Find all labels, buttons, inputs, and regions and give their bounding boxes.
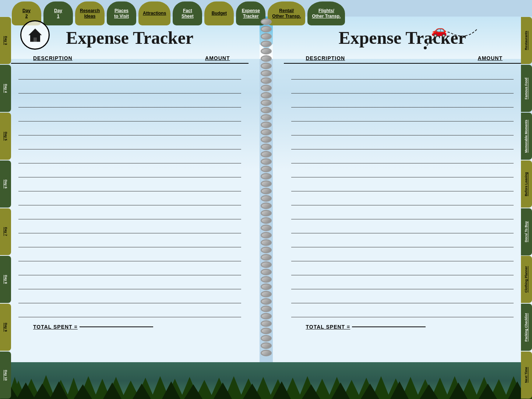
table-row[interactable] xyxy=(291,80,514,93)
right-tab-0[interactable]: Restaurants xyxy=(521,17,532,64)
spiral-coil xyxy=(261,114,272,121)
left-tab-2[interactable]: Day 5 xyxy=(0,113,11,160)
tab-places[interactable]: Places to Visit xyxy=(107,1,136,25)
left-tab-1[interactable]: Day 4 xyxy=(0,65,11,112)
left-tab-0[interactable]: Day 3 xyxy=(0,17,11,64)
left-tab-7[interactable]: Day 10 xyxy=(0,352,11,399)
tab-rental[interactable]: Rental/ Other Transp. xyxy=(268,1,305,25)
table-row[interactable] xyxy=(291,93,514,107)
table-row[interactable] xyxy=(291,233,514,247)
right-tab-1[interactable]: Famous Food xyxy=(521,65,532,112)
table-row[interactable] xyxy=(18,149,241,163)
right-tab-6[interactable]: Packing Checklist xyxy=(521,304,532,351)
home-button[interactable] xyxy=(20,20,50,50)
spiral-coil xyxy=(261,55,272,62)
table-row[interactable] xyxy=(18,205,241,219)
spiral-coil xyxy=(261,136,272,143)
right-total-line xyxy=(352,326,426,327)
table-row[interactable] xyxy=(18,275,241,289)
table-row[interactable] xyxy=(291,289,514,303)
table-row[interactable] xyxy=(18,233,241,247)
spiral-coil xyxy=(261,40,272,47)
tab-fact[interactable]: Fact Sheet xyxy=(173,1,202,25)
table-row[interactable] xyxy=(18,177,241,191)
right-tab-4[interactable]: Docs/ To Buy xyxy=(521,208,532,255)
right-tab-3[interactable]: Before Leaving xyxy=(521,160,532,208)
spiral-coil xyxy=(261,158,272,165)
spiral-coil xyxy=(261,129,272,135)
right-tab-7[interactable]: Next Time xyxy=(521,352,532,399)
svg-point-6 xyxy=(424,46,427,49)
table-row[interactable] xyxy=(18,66,241,80)
spiral-coil xyxy=(261,335,272,342)
right-page: Expense Tracker DESCRIPTION AMOUNT TOTAL… xyxy=(273,17,532,399)
left-tab-3[interactable]: Day 6 xyxy=(0,160,11,208)
table-row[interactable] xyxy=(291,191,514,205)
tab-day1[interactable]: Day 1 xyxy=(43,1,73,25)
table-row[interactable] xyxy=(18,219,241,233)
table-row[interactable] xyxy=(291,303,514,317)
spiral-coil xyxy=(261,202,272,209)
spiral-coil xyxy=(261,225,272,231)
table-row[interactable] xyxy=(18,303,241,317)
table-row[interactable] xyxy=(18,80,241,93)
tab-research[interactable]: Research Ideas xyxy=(75,1,105,25)
table-row[interactable] xyxy=(18,93,241,107)
table-row[interactable] xyxy=(291,121,514,135)
spiral-coil xyxy=(261,320,272,327)
spiral-coil xyxy=(261,166,272,172)
left-tab-6[interactable]: Day 9 xyxy=(0,304,11,351)
spiral-coil xyxy=(261,350,272,356)
table-row[interactable] xyxy=(291,163,514,177)
spiral-coil xyxy=(261,217,272,224)
tab-attractions[interactable]: Attractions xyxy=(138,1,170,25)
table-row[interactable] xyxy=(18,289,241,303)
spiral-coil xyxy=(261,63,272,69)
left-table-header: DESCRIPTION AMOUNT xyxy=(11,52,249,64)
spiral-coil xyxy=(261,26,272,32)
table-row[interactable] xyxy=(18,191,241,205)
table-row[interactable] xyxy=(18,121,241,135)
table-row[interactable] xyxy=(18,107,241,121)
spiral-coil xyxy=(261,77,272,84)
spiral-coil xyxy=(261,283,272,290)
spiral-coil xyxy=(261,48,272,54)
spiral-coil xyxy=(261,313,272,319)
left-tab-4[interactable]: Day 7 xyxy=(0,208,11,255)
spiral-coil xyxy=(261,70,272,77)
spiral-coil xyxy=(261,151,272,158)
table-row[interactable] xyxy=(291,149,514,163)
spiral-coil xyxy=(261,328,272,334)
table-row[interactable] xyxy=(18,261,241,275)
table-row[interactable] xyxy=(291,66,514,80)
spiral-coil xyxy=(261,180,272,187)
table-row[interactable] xyxy=(291,261,514,275)
spiral-coil xyxy=(261,261,272,268)
table-row[interactable] xyxy=(291,177,514,191)
table-row[interactable] xyxy=(18,135,241,149)
table-row[interactable] xyxy=(18,163,241,177)
left-total-line xyxy=(80,326,153,327)
spiral-coil xyxy=(261,173,272,180)
right-table-header: DESCRIPTION AMOUNT xyxy=(284,52,521,64)
tab-budget[interactable]: Budget xyxy=(204,1,234,25)
spiral-coil xyxy=(261,269,272,275)
right-tab-5[interactable]: Clothing Planner xyxy=(521,256,532,303)
right-amount-header: AMOUNT xyxy=(478,55,503,61)
spiral-coil xyxy=(261,298,272,305)
spiral-coil xyxy=(261,92,272,99)
table-row[interactable] xyxy=(18,247,241,261)
table-row[interactable] xyxy=(291,275,514,289)
spiral-coil xyxy=(261,306,272,312)
right-description-header: DESCRIPTION xyxy=(306,55,345,61)
tab-flights[interactable]: Flights/ Other Transp. xyxy=(307,1,345,25)
table-row[interactable] xyxy=(291,205,514,219)
table-row[interactable] xyxy=(291,219,514,233)
left-tab-5[interactable]: Day 8 xyxy=(0,256,11,303)
right-tab-2[interactable]: Memorable Moments xyxy=(521,113,532,160)
table-row[interactable] xyxy=(291,107,514,121)
table-row[interactable] xyxy=(291,135,514,149)
spiral-coil xyxy=(261,188,272,194)
left-total-row: TOTAL SPENT = xyxy=(11,320,249,333)
table-row[interactable] xyxy=(291,247,514,261)
